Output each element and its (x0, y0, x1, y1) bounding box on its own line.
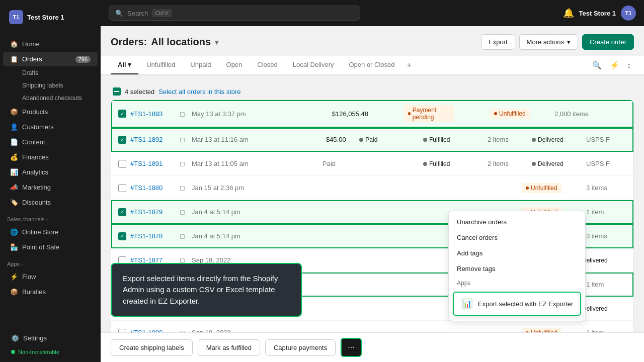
sidebar-item-home[interactable]: 🏠 Home (3, 37, 98, 51)
sidebar-item-flow[interactable]: ⚡ Flow (3, 269, 98, 284)
pos-icon: 🏪 (10, 243, 18, 251)
search-bar[interactable]: 🔍 Search Ctrl K (109, 6, 360, 21)
tab-unpaid[interactable]: Unpaid (183, 56, 218, 74)
table-row[interactable]: ✓ #TS1-1893 ◻ May 13 at 3:37 pm $126,055… (111, 100, 633, 128)
tab-all[interactable]: All ▾ (111, 56, 138, 74)
order-number[interactable]: #TS1-1892 (130, 136, 176, 143)
selection-bar: 4 selected Select all orders in this sto… (111, 83, 634, 100)
row-checkbox[interactable] (118, 184, 126, 192)
order-items: 3 items (586, 232, 626, 240)
ez-exporter-label: Export selected with EZ Exporter (478, 300, 573, 308)
notifications-button[interactable]: 🔔 (563, 8, 574, 19)
order-amount: $126,055.48 (308, 110, 368, 118)
menu-add-tags[interactable]: Add tags (449, 245, 585, 261)
orders-icon: 📋 (10, 55, 18, 63)
order-number[interactable]: #TS1-1880 (130, 184, 176, 192)
row-checkbox[interactable]: ✓ (118, 232, 126, 240)
row-checkbox[interactable]: ✓ (118, 136, 126, 144)
more-actions-button[interactable]: More actions ▾ (519, 34, 578, 50)
sidebar-sub-drafts[interactable]: Drafts (3, 67, 98, 79)
location-dropdown-icon[interactable]: ▾ (215, 38, 218, 46)
non-transferable-label: Non-transferable (4, 346, 97, 358)
add-tab-button[interactable]: + (403, 57, 416, 74)
store-selector[interactable]: T1 Test Store 1 (5, 6, 96, 28)
customers-icon: 👤 (10, 123, 18, 131)
topbar-store-name: Test Store 1 (579, 10, 616, 17)
order-note-icon: ◻ (180, 160, 188, 167)
sidebar-bottom: ⚙️ Settings Non-transferable (0, 326, 101, 362)
orders-content: 4 selected Select all orders in this sto… (101, 75, 644, 362)
tabs-right-actions: 🔍 ⚡ ↕ (589, 58, 634, 73)
order-number[interactable]: #TS1-1891 (130, 160, 176, 167)
search-placeholder: Search (127, 10, 148, 17)
sidebar-sub-abandoned[interactable]: Abandoned checkouts (3, 92, 98, 104)
user-avatar[interactable]: T1 (621, 6, 636, 21)
order-date: Mar 13 at 11:16 am (192, 136, 272, 143)
create-shipping-labels-button[interactable]: Create shipping labels (111, 339, 193, 356)
menu-unarchive[interactable]: Unarchive orders (449, 214, 585, 230)
more-actions-bottom-button[interactable]: ··· (341, 338, 361, 357)
sidebar-item-products[interactable]: 📦 Products (3, 105, 98, 119)
order-date: Jan 15 at 2:36 pm (192, 184, 272, 192)
sidebar-item-discounts[interactable]: 🏷️ Discounts (3, 195, 98, 210)
header-actions: Export More actions ▾ Create order (481, 34, 634, 50)
tab-local-delivery[interactable]: Local Delivery (286, 56, 341, 74)
mark-fulfilled-button[interactable]: Mark as fulfilled (198, 339, 260, 356)
row-checkbox[interactable]: ✓ (118, 208, 126, 216)
row-checkbox[interactable] (118, 160, 126, 168)
tab-closed[interactable]: Closed (250, 56, 284, 74)
menu-cancel[interactable]: Cancel orders (449, 230, 585, 245)
ez-exporter-icon: 📊 (461, 298, 473, 310)
bundles-icon: 📦 (10, 288, 18, 296)
tabs-container: All ▾ Unfulfilled Unpaid Open Closed Loc… (101, 56, 644, 75)
search-icon: 🔍 (115, 10, 123, 17)
tab-unfulfilled[interactable]: Unfulfilled (139, 56, 182, 74)
order-number[interactable]: #TS1-1879 (130, 208, 176, 216)
row-checkbox[interactable]: ✓ (118, 110, 126, 118)
sidebar-item-finances[interactable]: 💰 Finances (3, 150, 98, 164)
sidebar-item-customers[interactable]: 👤 Customers (3, 120, 98, 134)
table-row[interactable]: #TS1-1891 ◻ Mar 13 at 11:05 am Paid Fulf… (111, 152, 633, 176)
sidebar-item-orders[interactable]: 📋 Orders 796 (3, 52, 98, 66)
sidebar-item-marketing[interactable]: 📣 Marketing (3, 180, 98, 195)
selection-count: 4 selected (125, 88, 154, 96)
order-number[interactable]: #TS1-1878 (130, 232, 176, 240)
capture-payments-button[interactable]: Capture payments (265, 339, 336, 356)
table-row[interactable]: ✓ #TS1-1892 ◻ Mar 13 at 11:16 am $45.00 … (111, 128, 633, 152)
sidebar-item-analytics[interactable]: 📊 Analytics (3, 165, 98, 179)
sort-button[interactable]: ↕ (624, 58, 634, 72)
order-note-icon: ◻ (180, 136, 188, 143)
menu-remove-tags[interactable]: Remove tags (449, 261, 585, 277)
filter-button[interactable]: ⚡ (607, 58, 622, 73)
select-all-link[interactable]: Select all orders in this store (158, 88, 240, 96)
tab-open[interactable]: Open (219, 56, 250, 74)
order-amount: $45.00 (286, 136, 346, 143)
sidebar-item-point-of-sale[interactable]: 🏪 Point of Sale (3, 240, 98, 254)
sidebar-item-bundles[interactable]: 📦 Bundles (3, 285, 98, 299)
fulfillment-status: Fulfilled (423, 160, 484, 167)
carrier: USPS F (586, 160, 626, 167)
order-date: May 13 at 3:37 pm (192, 110, 272, 118)
search-orders-button[interactable]: 🔍 (589, 58, 605, 73)
payment-status: Paid (323, 160, 373, 167)
context-menu: Unarchive orders Cancel orders Add tags … (448, 211, 586, 321)
export-tooltip: Export selected items directly from the … (111, 263, 302, 317)
sidebar-item-settings[interactable]: ⚙️ Settings (4, 331, 97, 345)
apps-label: Apps › (0, 255, 101, 269)
sidebar-sub-shipping[interactable]: Shipping labels (3, 79, 98, 92)
order-items: 3 items (586, 184, 626, 192)
tooltip-text: Export selected items directly from the … (123, 274, 278, 305)
select-all-checkbox[interactable] (113, 87, 121, 96)
tab-open-or-closed[interactable]: Open or Closed (342, 56, 401, 74)
delivery-status: Delivered (532, 160, 582, 167)
sidebar-item-content[interactable]: 📄 Content (3, 135, 98, 149)
table-row[interactable]: #TS1-1880 ◻ Jan 15 at 2:36 pm Unfulfille… (111, 176, 633, 200)
finances-icon: 💰 (10, 153, 18, 161)
ez-exporter-option[interactable]: 📊 Export selected with EZ Exporter (453, 292, 581, 316)
create-order-button[interactable]: Create order (582, 34, 634, 50)
delivery-status: Delivered (532, 136, 582, 143)
export-button[interactable]: Export (481, 34, 515, 50)
online-store-icon: 🌐 (10, 228, 18, 236)
sidebar-item-online-store[interactable]: 🌐 Online Store (3, 225, 98, 239)
order-number[interactable]: #TS1-1893 (130, 110, 176, 118)
